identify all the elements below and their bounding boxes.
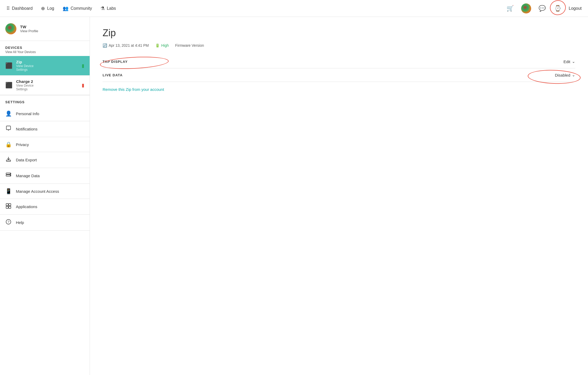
live-data-section: LIVE DATA Disabled ⌄ — [103, 68, 575, 82]
tap-display-label: TAP DISPLAY — [103, 60, 128, 64]
logout-label: Logout — [569, 6, 582, 11]
privacy-label: Privacy — [16, 142, 29, 147]
main-content: Zip 🔄 Apr 13, 2021 at 4:41 PM 🔋 High Fir… — [90, 17, 588, 375]
watch-button[interactable]: ⌚ — [553, 4, 562, 13]
battery-icon-main: 🔋 — [155, 43, 160, 48]
firmware-label: Firmware Version — [175, 43, 204, 48]
manage-data-label: Manage Data — [16, 174, 40, 178]
devices-section-header: DEVICES View All Your Devices — [0, 41, 90, 56]
sidebar-item-manage-account-access[interactable]: 📱 Manage Account Access — [0, 184, 90, 199]
phone-icon: 📱 — [5, 188, 12, 194]
community-label: Community — [71, 6, 92, 11]
log-label: Log — [47, 6, 54, 11]
logout-nav-item[interactable]: Logout — [569, 6, 582, 11]
zip-device-name: Zip — [16, 60, 78, 64]
sidebar-item-privacy[interactable]: 🔒 Privacy — [0, 137, 90, 152]
zip-device-sub: View DeviceSettings — [16, 64, 78, 72]
svg-point-5 — [10, 173, 11, 174]
firmware-info: Firmware Version — [175, 43, 204, 48]
community-icon: 👥 — [63, 6, 68, 11]
device-meta: 🔄 Apr 13, 2021 at 4:41 PM 🔋 High Firmwar… — [103, 43, 575, 48]
charge2-device-name: Charge 2 — [16, 79, 78, 84]
messages-button[interactable]: 💬 — [538, 4, 547, 13]
zip-device-icon: ⬛ — [5, 62, 12, 69]
sidebar-item-data-export[interactable]: Data Export — [0, 152, 90, 168]
svg-rect-0 — [6, 126, 11, 130]
profile-info: TW View Profile — [20, 25, 38, 33]
chevron-down-icon: ⌄ — [572, 59, 575, 64]
svg-rect-8 — [9, 204, 11, 206]
person-icon: 👤 — [5, 110, 12, 117]
help-label: Help — [16, 220, 24, 225]
battery-info: 🔋 High — [155, 43, 169, 48]
profile-initials: TW — [20, 25, 38, 29]
sync-icon: 🔄 — [103, 43, 107, 48]
top-navigation: ⠿ Dashboard ⊕ Log 👥 Community ⚗ Labs 🛒 💬… — [0, 0, 588, 17]
sidebar-profile[interactable]: TW View Profile — [0, 17, 90, 41]
chevron-down-icon-live: ⌄ — [572, 73, 575, 77]
notifications-label: Notifications — [16, 127, 38, 131]
manage-data-icon — [5, 172, 12, 179]
svg-text:?: ? — [8, 220, 10, 224]
log-nav-item[interactable]: ⊕ Log — [41, 6, 54, 11]
device-settings-content: TAP DISPLAY Edit ⌄ LIVE DATA Disabled ⌄ — [103, 55, 575, 92]
sidebar-item-personal-info[interactable]: 👤 Personal Info — [0, 106, 90, 121]
devices-section-title: DEVICES — [5, 46, 84, 50]
disabled-label: Disabled — [555, 73, 570, 77]
upload-icon — [5, 156, 12, 163]
log-icon: ⊕ — [41, 6, 45, 11]
battery-level: High — [161, 43, 169, 48]
remove-device-link[interactable]: Remove this Zip from your account — [103, 87, 164, 92]
user-avatar[interactable] — [521, 3, 531, 13]
topnav-left: ⠿ Dashboard ⊕ Log 👥 Community ⚗ Labs — [6, 6, 497, 11]
applications-label: Applications — [16, 204, 37, 209]
sidebar-item-manage-data[interactable]: Manage Data — [0, 168, 90, 184]
dashboard-icon: ⠿ — [6, 6, 10, 11]
watch-button-wrapper: ⌚ — [553, 4, 562, 13]
view-profile-link[interactable]: View Profile — [20, 29, 38, 33]
sync-info: 🔄 Apr 13, 2021 at 4:41 PM — [103, 43, 149, 48]
sidebar-item-notifications[interactable]: Notifications — [0, 121, 90, 137]
svg-point-6 — [10, 175, 11, 176]
sidebar-item-applications[interactable]: Applications — [0, 199, 90, 215]
sidebar-device-charge2[interactable]: ⬛ Charge 2 View DeviceSettings ▮ — [0, 76, 90, 95]
labs-nav-item[interactable]: ⚗ Labs — [100, 6, 116, 11]
device-page-title: Zip — [103, 27, 575, 39]
charge2-device-info: Charge 2 View DeviceSettings — [16, 79, 78, 91]
labs-label: Labs — [107, 6, 116, 11]
charge2-device-sub: View DeviceSettings — [16, 84, 78, 91]
svg-rect-7 — [6, 204, 8, 206]
svg-rect-10 — [9, 206, 11, 208]
svg-rect-9 — [6, 206, 8, 208]
manage-account-access-label: Manage Account Access — [16, 189, 59, 194]
view-all-devices-link[interactable]: View All Your Devices — [5, 50, 84, 54]
settings-section-header: SETTINGS — [0, 95, 90, 106]
live-data-label: LIVE DATA — [103, 73, 123, 77]
topnav-right: 🛒 💬 ⌚ Logout — [506, 3, 582, 13]
lock-icon: 🔒 — [5, 141, 12, 148]
labs-icon: ⚗ — [100, 6, 105, 11]
sidebar: TW View Profile DEVICES View All Your De… — [0, 17, 90, 375]
community-nav-item[interactable]: 👥 Community — [63, 6, 92, 11]
zip-battery-icon: ▮ — [82, 63, 84, 69]
help-icon: ? — [5, 219, 12, 226]
apps-icon — [5, 203, 12, 210]
personal-info-label: Personal Info — [16, 111, 39, 116]
edit-label: Edit — [563, 59, 570, 64]
edit-button[interactable]: Edit ⌄ — [563, 59, 575, 64]
settings-section-title: SETTINGS — [5, 100, 84, 104]
page-layout: TW View Profile DEVICES View All Your De… — [0, 17, 588, 375]
profile-avatar — [5, 23, 16, 34]
live-data-toggle[interactable]: Disabled ⌄ — [555, 73, 575, 77]
cart-button[interactable]: 🛒 — [506, 4, 515, 13]
charge2-device-icon: ⬛ — [5, 82, 12, 89]
dashboard-label: Dashboard — [12, 6, 33, 11]
charge2-battery-icon: ▮ — [82, 82, 84, 88]
sidebar-item-help[interactable]: ? Help — [0, 215, 90, 231]
sync-time: Apr 13, 2021 at 4:41 PM — [109, 43, 149, 48]
tap-display-section: TAP DISPLAY Edit ⌄ — [103, 55, 575, 68]
svg-rect-2 — [6, 160, 11, 161]
dashboard-nav-item[interactable]: ⠿ Dashboard — [6, 6, 33, 11]
zip-device-info: Zip View DeviceSettings — [16, 60, 78, 72]
sidebar-device-zip[interactable]: ⬛ Zip View DeviceSettings ▮ — [0, 56, 90, 76]
